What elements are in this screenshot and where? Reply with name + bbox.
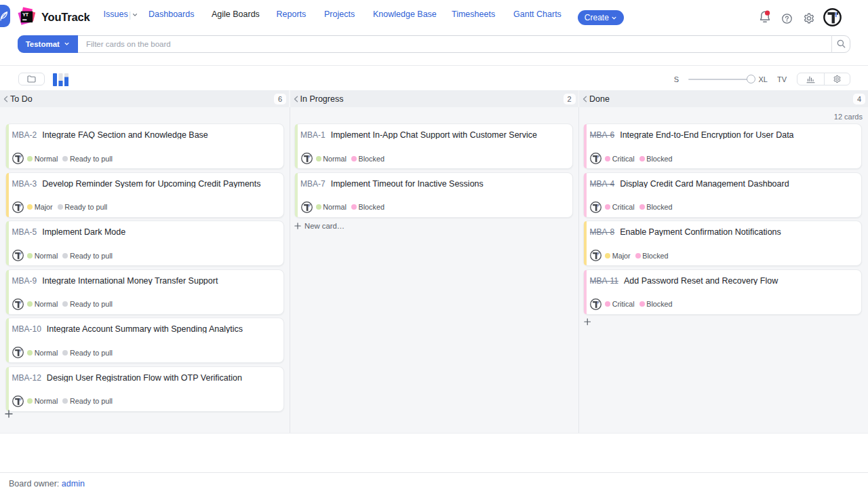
svg-text:YT: YT xyxy=(22,12,29,18)
